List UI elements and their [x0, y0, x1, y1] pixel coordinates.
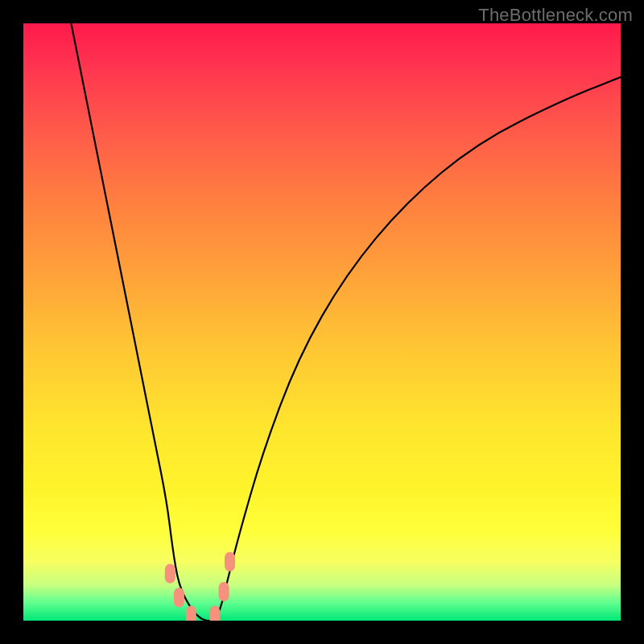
curve-marker: [219, 582, 229, 601]
chart-plot-area: [23, 23, 621, 621]
bottleneck-curve-line: [71, 23, 621, 621]
curve-marker: [165, 564, 175, 584]
curve-marker: [209, 606, 220, 621]
curve-marker: [186, 606, 196, 621]
watermark-text: TheBottleneck.com: [478, 5, 633, 26]
curve-marker: [225, 552, 235, 572]
chart-svg: [23, 23, 621, 621]
curve-marker: [174, 588, 184, 607]
